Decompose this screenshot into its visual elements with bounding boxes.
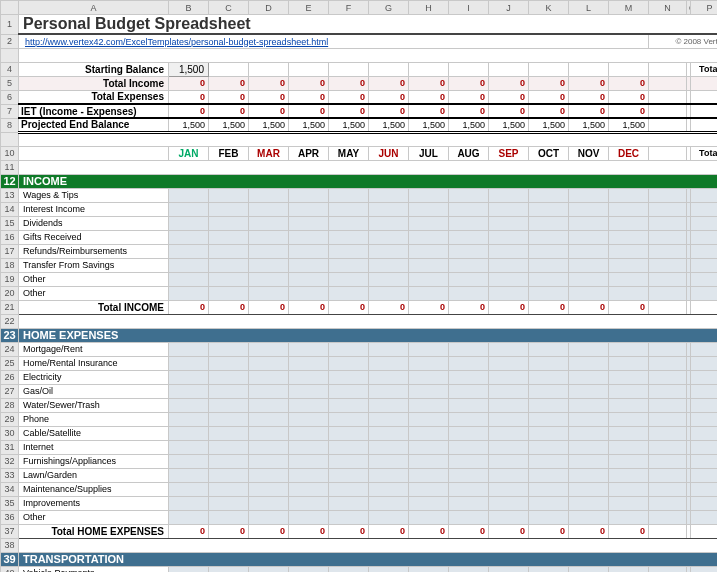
home-item-cell[interactable] xyxy=(249,384,289,398)
home-item-cell[interactable] xyxy=(609,482,649,496)
trans-item-cell[interactable] xyxy=(289,566,329,572)
home-item-cell[interactable] xyxy=(489,356,529,370)
home-item-cell[interactable] xyxy=(249,426,289,440)
income-item-cell[interactable] xyxy=(409,216,449,230)
income-item-cell[interactable] xyxy=(249,188,289,202)
row-header[interactable]: 23 xyxy=(1,328,19,342)
income-item-cell[interactable] xyxy=(609,230,649,244)
home-item-cell[interactable] xyxy=(249,342,289,356)
total-expenses-cell[interactable]: 0 xyxy=(609,90,649,104)
home-item-cell[interactable] xyxy=(489,496,529,510)
home-item-cell[interactable] xyxy=(489,370,529,384)
income-item-cell[interactable] xyxy=(289,286,329,300)
home-item-cell[interactable] xyxy=(369,440,409,454)
row-header[interactable]: 25 xyxy=(1,356,19,370)
income-item-cell[interactable] xyxy=(529,230,569,244)
income-item-cell[interactable] xyxy=(489,244,529,258)
home-item-cell[interactable] xyxy=(169,384,209,398)
income-item-cell[interactable] xyxy=(409,188,449,202)
home-item-cell[interactable] xyxy=(409,468,449,482)
total-expenses-cell[interactable]: 0 xyxy=(449,90,489,104)
row-header[interactable]: 14 xyxy=(1,202,19,216)
row-header[interactable]: 38 xyxy=(1,538,19,552)
home-item-cell[interactable] xyxy=(489,454,529,468)
home-item-cell[interactable] xyxy=(289,412,329,426)
income-item-cell[interactable] xyxy=(369,258,409,272)
total-income-cell[interactable]: 0 xyxy=(209,76,249,90)
home-item-cell[interactable] xyxy=(209,342,249,356)
home-item-cell[interactable] xyxy=(329,510,369,524)
home-item-cell[interactable] xyxy=(209,412,249,426)
income-item-cell[interactable] xyxy=(609,286,649,300)
income-item-cell[interactable] xyxy=(209,258,249,272)
income-item-cell[interactable] xyxy=(169,216,209,230)
home-item-cell[interactable] xyxy=(329,468,369,482)
home-item-cell[interactable] xyxy=(449,342,489,356)
projected-cell[interactable]: 1,500 xyxy=(329,118,369,132)
income-item-cell[interactable] xyxy=(209,202,249,216)
income-item-cell[interactable] xyxy=(609,202,649,216)
net-cell[interactable]: 0 xyxy=(169,104,209,118)
income-item-cell[interactable] xyxy=(449,244,489,258)
home-item-cell[interactable] xyxy=(569,356,609,370)
row-header[interactable]: 15 xyxy=(1,216,19,230)
home-item-cell[interactable] xyxy=(449,440,489,454)
col-header[interactable]: K xyxy=(529,1,569,15)
income-item-cell[interactable] xyxy=(529,188,569,202)
col-header[interactable]: G xyxy=(369,1,409,15)
home-item-cell[interactable] xyxy=(209,426,249,440)
starting-balance-value[interactable]: 1,500 xyxy=(169,62,209,76)
net-cell[interactable]: 0 xyxy=(529,104,569,118)
home-item-cell[interactable] xyxy=(409,454,449,468)
row-header[interactable]: 19 xyxy=(1,272,19,286)
income-item-cell[interactable] xyxy=(209,188,249,202)
home-item-cell[interactable] xyxy=(409,384,449,398)
projected-cell[interactable]: 1,500 xyxy=(609,118,649,132)
home-item-cell[interactable] xyxy=(609,356,649,370)
col-header[interactable]: L xyxy=(569,1,609,15)
row-header[interactable]: 24 xyxy=(1,342,19,356)
total-expenses-cell[interactable]: 0 xyxy=(409,90,449,104)
home-item-cell[interactable] xyxy=(369,342,409,356)
row-header[interactable]: 12 xyxy=(1,174,19,188)
income-item-cell[interactable] xyxy=(209,272,249,286)
income-item-cell[interactable] xyxy=(409,244,449,258)
home-item-cell[interactable] xyxy=(449,384,489,398)
income-item-cell[interactable] xyxy=(209,216,249,230)
home-item-cell[interactable] xyxy=(569,384,609,398)
home-item-cell[interactable] xyxy=(169,482,209,496)
row-header[interactable]: 36 xyxy=(1,510,19,524)
net-cell[interactable]: 0 xyxy=(249,104,289,118)
income-item-cell[interactable] xyxy=(409,230,449,244)
income-item-cell[interactable] xyxy=(289,272,329,286)
home-item-cell[interactable] xyxy=(249,468,289,482)
total-income-cell[interactable]: 0 xyxy=(489,76,529,90)
row-header[interactable]: 20 xyxy=(1,286,19,300)
income-item-cell[interactable] xyxy=(489,272,529,286)
row-header[interactable]: 30 xyxy=(1,426,19,440)
income-item-cell[interactable] xyxy=(409,286,449,300)
col-header[interactable]: F xyxy=(329,1,369,15)
income-item-cell[interactable] xyxy=(169,202,209,216)
home-item-cell[interactable] xyxy=(329,342,369,356)
home-item-cell[interactable] xyxy=(569,496,609,510)
row-header[interactable]: 17 xyxy=(1,244,19,258)
income-item-cell[interactable] xyxy=(249,216,289,230)
home-item-cell[interactable] xyxy=(249,482,289,496)
home-item-cell[interactable] xyxy=(289,426,329,440)
income-item-cell[interactable] xyxy=(449,202,489,216)
home-item-cell[interactable] xyxy=(209,384,249,398)
projected-cell[interactable]: 1,500 xyxy=(529,118,569,132)
row-header[interactable]: 21 xyxy=(1,300,19,314)
income-item-cell[interactable] xyxy=(369,286,409,300)
row-header[interactable]: 8 xyxy=(1,118,19,132)
home-item-cell[interactable] xyxy=(409,356,449,370)
home-item-cell[interactable] xyxy=(609,384,649,398)
income-item-cell[interactable] xyxy=(529,244,569,258)
income-item-cell[interactable] xyxy=(369,188,409,202)
home-item-cell[interactable] xyxy=(569,454,609,468)
home-item-cell[interactable] xyxy=(369,398,409,412)
home-item-cell[interactable] xyxy=(489,440,529,454)
total-income-cell[interactable]: 0 xyxy=(249,76,289,90)
home-item-cell[interactable] xyxy=(369,356,409,370)
